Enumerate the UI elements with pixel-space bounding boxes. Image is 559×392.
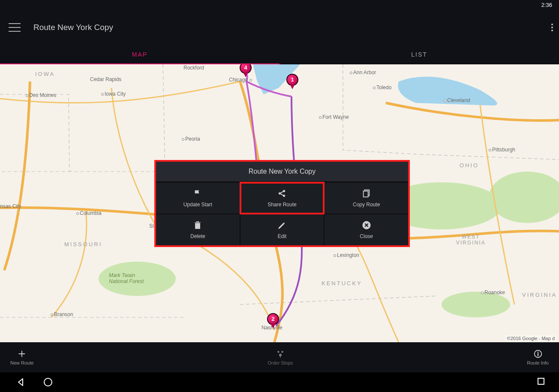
new-route-label: New Route [10,360,33,365]
trash-icon [193,220,202,230]
svg-point-4 [442,292,510,317]
svg-line-9 [280,194,283,196]
svg-point-18 [538,352,538,353]
close-button[interactable]: Close [325,214,408,245]
plus-icon [17,349,27,359]
svg-point-14 [282,351,283,353]
new-route-button[interactable]: New Route [10,349,33,365]
dialog-grid: Update Start Share Route Copy Route Dele… [156,182,408,245]
city-peoria: Peoria [182,136,200,142]
city-iowa-city: Iowa City [101,91,126,97]
map-copyright: ©2016 Google - Map d [505,335,556,341]
android-nav-bar [0,372,559,392]
map-pin-1[interactable]: 1 [286,74,298,90]
bottom-bar: New Route Order Stops Route Info [0,342,559,372]
city-st-louis: St [149,223,154,229]
city-branson: Branson [51,311,73,317]
order-stops-label: Order Stops [267,360,293,365]
state-ohio: OHIO [460,162,479,169]
city-pittsburgh: Pittsburgh [489,147,515,153]
edit-label: Edit [278,233,287,239]
overflow-menu-icon[interactable] [551,24,553,31]
map-pin-2[interactable]: 2 [267,313,279,329]
pencil-icon [277,220,287,230]
app-bar: Route New York Copy [0,10,559,45]
svg-rect-21 [538,378,544,384]
delete-button[interactable]: Delete [156,214,240,245]
flag-icon [193,189,202,198]
tab-list[interactable]: LIST [280,45,559,64]
menu-icon[interactable] [9,23,21,32]
map-pin-4[interactable]: 4 [240,64,252,78]
edit-button[interactable]: Edit [240,214,324,245]
update-start-button[interactable]: Update Start [156,183,240,214]
copy-route-button[interactable]: Copy Route [325,183,408,214]
city-cedar-rapids: Cedar Rapids [90,76,121,82]
city-roanoke: Roanoke [481,289,505,296]
city-lexington: Lexington [334,252,359,258]
svg-point-3 [489,172,559,223]
svg-point-20 [44,378,52,386]
svg-line-8 [280,191,283,193]
route-dialog: Route New York Copy Update Start Share R… [156,162,408,245]
svg-point-16 [280,355,281,356]
label-mark-twain: Mark Twain National Forest [109,272,144,284]
svg-rect-19 [538,353,538,356]
home-icon[interactable] [43,377,53,387]
back-icon[interactable] [15,377,26,387]
share-icon [277,189,287,198]
dialog-title: Route New York Copy [156,162,408,182]
copy-icon [362,189,371,198]
state-virginia: VIRGINIA [522,292,557,298]
svg-rect-11 [363,191,368,197]
order-stops-button[interactable]: Order Stops [267,349,293,365]
state-west-virginia: WEST VIRGINIA [456,234,486,246]
tab-map[interactable]: MAP [0,45,280,64]
order-stops-icon [276,349,285,359]
route-info-button[interactable]: Route Info [527,349,549,365]
status-bar: 2:36 [0,0,559,10]
city-rockford: Rockford [183,65,204,71]
svg-point-13 [277,351,279,353]
state-missouri: MISSOURI [64,241,102,247]
status-time: 2:36 [541,2,552,8]
info-icon [533,349,543,359]
state-kentucky: KENTUCKY [322,280,362,286]
state-iowa: IOWA [35,71,55,77]
city-fort-wayne: Fort Wayne [319,114,349,120]
city-toledo: Toledo [373,84,391,90]
delete-label: Delete [190,233,205,239]
share-route-label: Share Route [267,202,296,208]
share-route-button[interactable]: Share Route [240,183,324,214]
recent-apps-icon[interactable] [536,376,546,386]
city-columbia: Columbia [76,210,102,216]
route-dialog-highlight: Route New York Copy Update Start Share R… [154,160,410,247]
city-ann-arbor: Ann Arbor [350,69,376,75]
city-cleveland: Cleveland [444,97,470,103]
city-kansas-city: nsas City [0,203,21,209]
tabs: MAP LIST [0,45,559,64]
city-des-moines: Des Moines [26,92,56,98]
page-title: Route New York Copy [33,23,113,32]
close-label: Close [360,233,373,239]
copy-route-label: Copy Route [353,202,380,208]
route-info-label: Route Info [527,360,549,365]
close-icon [362,220,371,230]
update-start-label: Update Start [183,202,212,208]
